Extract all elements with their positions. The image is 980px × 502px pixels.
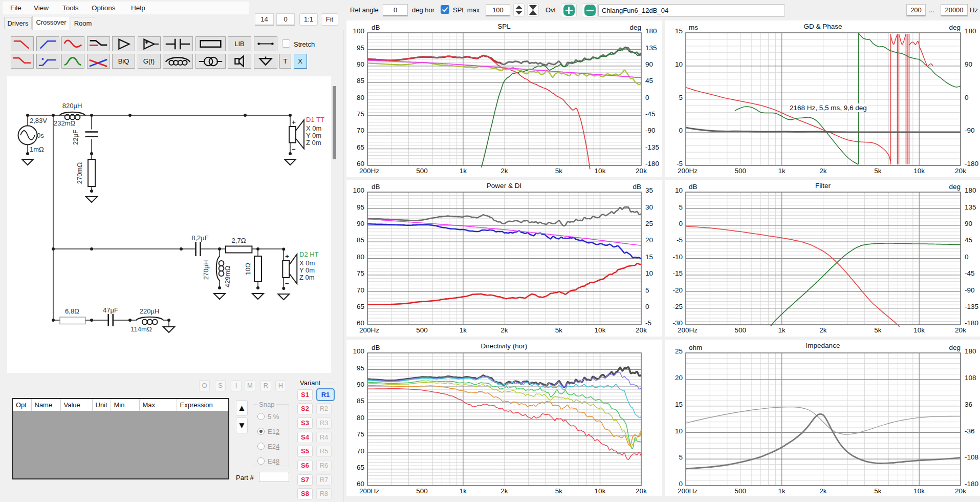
- svg-text:20k: 20k: [955, 326, 966, 334]
- svg-text:15: 15: [675, 401, 683, 408]
- svg-text:5k: 5k: [555, 326, 563, 334]
- svg-text:108: 108: [965, 374, 976, 382]
- svg-text:1k: 1k: [778, 487, 786, 495]
- svg-text:0: 0: [965, 253, 969, 261]
- svg-text:-180: -180: [965, 480, 978, 488]
- svg-text:10k: 10k: [913, 326, 925, 334]
- svg-text:D1 TT: D1 TT: [306, 116, 324, 123]
- svg-text:90: 90: [965, 60, 972, 68]
- svg-text:-90: -90: [965, 286, 975, 294]
- svg-text:25: 25: [675, 347, 683, 355]
- svg-text:-180: -180: [965, 319, 978, 327]
- svg-text:-15: -15: [672, 269, 683, 277]
- svg-text:100: 100: [353, 347, 364, 355]
- svg-text:60: 60: [357, 319, 364, 327]
- svg-text:2k: 2k: [500, 326, 508, 334]
- svg-text:5k: 5k: [874, 326, 882, 334]
- svg-text:2,83V: 2,83V: [30, 117, 47, 124]
- svg-text:5: 5: [645, 286, 649, 294]
- svg-text:Y 0m: Y 0m: [299, 266, 315, 274]
- svg-text:429mΩ: 429mΩ: [224, 266, 231, 288]
- svg-text:20k: 20k: [955, 167, 966, 175]
- svg-text:-108: -108: [965, 453, 978, 461]
- svg-text:70: 70: [357, 127, 364, 134]
- svg-text:-45: -45: [645, 110, 656, 118]
- svg-text:+: +: [285, 253, 289, 260]
- svg-text:500: 500: [735, 326, 747, 334]
- svg-text:X 0m: X 0m: [299, 259, 315, 267]
- svg-text:35: 35: [645, 186, 653, 194]
- svg-text:200Hz: 200Hz: [678, 167, 698, 175]
- svg-text:10k: 10k: [913, 487, 925, 495]
- svg-text:5: 5: [679, 203, 683, 211]
- svg-text:85: 85: [357, 236, 364, 244]
- svg-text:dB: dB: [633, 183, 641, 191]
- svg-text:-180: -180: [645, 160, 659, 168]
- svg-text:5: 5: [679, 453, 683, 461]
- svg-text:Y 0m: Y 0m: [306, 132, 321, 139]
- svg-text:ms: ms: [689, 24, 698, 31]
- svg-text:−: −: [292, 145, 296, 153]
- svg-text:-135: -135: [645, 143, 659, 151]
- svg-text:dB: dB: [372, 24, 380, 31]
- svg-text:Filter: Filter: [815, 182, 831, 190]
- svg-text:Directivity (hor): Directivity (hor): [481, 342, 528, 350]
- svg-text:1k: 1k: [460, 326, 467, 334]
- svg-text:1k: 1k: [460, 167, 467, 175]
- svg-text:20k: 20k: [636, 326, 647, 334]
- svg-text:-5: -5: [645, 319, 651, 327]
- svg-text:70: 70: [357, 447, 364, 455]
- svg-text:200Hz: 200Hz: [359, 326, 379, 334]
- svg-text:1k: 1k: [778, 326, 786, 334]
- svg-text:dB: dB: [372, 344, 380, 351]
- svg-text:60: 60: [357, 480, 364, 488]
- svg-text:135: 135: [965, 203, 976, 211]
- svg-text:80: 80: [357, 414, 364, 422]
- svg-text:75: 75: [357, 269, 364, 277]
- svg-text:270µH: 270µH: [202, 260, 210, 280]
- svg-text:1k: 1k: [460, 487, 467, 495]
- svg-text:114mΩ: 114mΩ: [130, 325, 152, 333]
- svg-text:+: +: [292, 118, 296, 126]
- svg-text:90: 90: [645, 60, 653, 68]
- svg-text:80: 80: [357, 94, 364, 101]
- svg-text:47µF: 47µF: [103, 306, 118, 314]
- svg-text:-5: -5: [677, 236, 683, 244]
- svg-text:5k: 5k: [555, 167, 563, 175]
- svg-text:Impedance: Impedance: [806, 342, 840, 349]
- svg-text:Z 0m: Z 0m: [299, 274, 315, 281]
- svg-text:45: 45: [965, 236, 972, 244]
- svg-text:200Hz: 200Hz: [359, 487, 379, 495]
- svg-text:500: 500: [735, 487, 747, 495]
- svg-text:500: 500: [416, 167, 428, 175]
- svg-text:90: 90: [357, 220, 364, 227]
- svg-text:20k: 20k: [636, 487, 647, 495]
- svg-text:100: 100: [353, 186, 364, 194]
- svg-text:0: 0: [965, 94, 969, 101]
- svg-text:232mΩ: 232mΩ: [54, 119, 76, 127]
- svg-text:10: 10: [645, 269, 653, 277]
- svg-text:5k: 5k: [555, 487, 563, 495]
- svg-text:200Hz: 200Hz: [359, 167, 379, 175]
- svg-text:0s: 0s: [37, 132, 44, 139]
- svg-text:15: 15: [645, 253, 653, 261]
- svg-text:65: 65: [357, 464, 364, 471]
- svg-text:85: 85: [357, 77, 364, 85]
- svg-text:180: 180: [965, 186, 976, 194]
- svg-text:270mΩ: 270mΩ: [76, 162, 83, 184]
- svg-text:200Hz: 200Hz: [678, 487, 698, 495]
- svg-text:dB: dB: [689, 183, 698, 191]
- svg-text:15: 15: [675, 27, 683, 35]
- svg-text:10Ω: 10Ω: [244, 263, 252, 275]
- svg-text:0: 0: [645, 303, 649, 310]
- svg-text:1mΩ: 1mΩ: [30, 145, 44, 153]
- svg-text:500: 500: [416, 487, 428, 495]
- svg-text:ohm: ohm: [689, 344, 702, 351]
- svg-text:80: 80: [357, 253, 364, 261]
- svg-text:500: 500: [735, 167, 747, 175]
- svg-text:-5: -5: [677, 160, 683, 168]
- svg-text:1k: 1k: [778, 167, 786, 175]
- svg-text:20: 20: [645, 236, 653, 244]
- svg-text:deg: deg: [949, 24, 961, 31]
- svg-text:75: 75: [357, 430, 364, 438]
